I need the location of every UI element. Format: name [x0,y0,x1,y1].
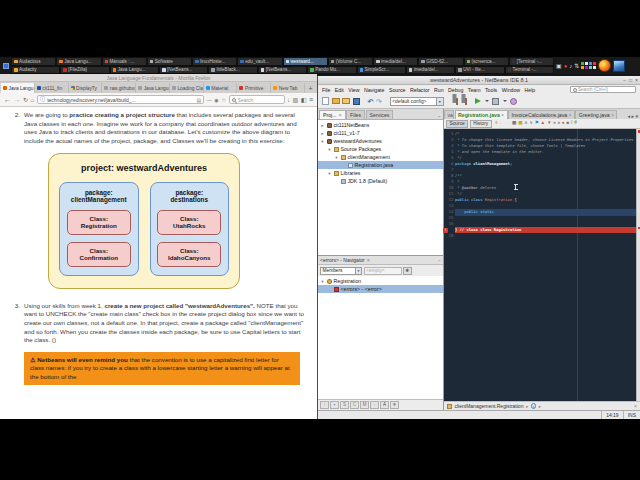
show-static-members-icon[interactable]: S [340,401,349,410]
close-breadcrumb-icon[interactable]: × [634,403,637,409]
menu-run[interactable]: Run [434,87,444,93]
tree-item[interactable]: <errors> - <error> [318,285,443,293]
expander-icon[interactable]: ▾ [320,279,325,284]
comment-icon[interactable]: / [571,121,572,126]
downloads-icon[interactable]: ↓ [287,97,290,103]
close-icon[interactable]: × [339,112,342,118]
tree-item[interactable]: JDK 1.8 (Default) [318,177,443,185]
menu-team[interactable]: Team [468,87,481,93]
info-icon[interactable]: i [531,403,537,409]
browser-tab[interactable]: Primitive [237,83,271,93]
editor-tab-partial[interactable]: va [444,110,454,119]
sidebar-icon[interactable]: ◧ [301,97,307,103]
taskbar-window-button[interactable]: [FileZilla] [60,66,109,75]
taskbar-window-button[interactable]: (Volume C... [328,57,373,66]
last-edit-icon[interactable]: ◊ [495,121,497,126]
new-file-icon[interactable] [322,97,329,105]
show-inherited-icon[interactable]: ↑ [320,401,329,410]
firefox-launcher-icon[interactable] [598,59,611,72]
show-constructors-icon[interactable]: C [350,401,359,410]
taskbar-window-button[interactable]: Audacious [11,57,56,66]
prev-error-icon[interactable]: ▲ [541,121,546,126]
menu-file[interactable]: File [322,87,330,93]
expander-icon[interactable]: ▸ [320,131,325,136]
shift-left-icon[interactable]: « [553,121,556,126]
toggle-bookmark-icon[interactable]: ⚑ [535,121,539,126]
forward-icon[interactable]: → [14,96,21,103]
tab-services[interactable]: Services [366,110,394,119]
tree-item[interactable]: ▸cit111NetBeans [318,121,443,129]
debug-dropdown-icon[interactable] [502,100,508,102]
home-icon[interactable]: ⌂ [31,97,35,103]
clean-build-project-icon[interactable] [461,98,468,105]
sort-alpha-icon[interactable]: A [380,401,389,410]
taskbar-window-button[interactable]: westward... [283,57,328,66]
browser-tab[interactable]: Java Languag [136,83,170,93]
taskbar-window-button[interactable]: Java Langu... [56,57,101,66]
breadcrumb[interactable]: clientManagement.Registration [455,403,524,409]
macro-record-icon[interactable]: ● [562,121,565,126]
taskbar-window-button[interactable]: SimpleScr... [357,66,406,75]
next-error-icon[interactable]: ▼ [547,121,552,126]
menu-icon[interactable]: ≡ [309,96,313,103]
macro-stop-icon[interactable]: ■ [567,121,570,126]
run-dropdown-icon[interactable] [484,100,490,102]
editor-tab[interactable]: Registration.java× [455,110,508,119]
browser-tab[interactable]: DisplayTy [69,83,103,93]
tab-files[interactable]: Files [346,110,365,119]
highlight-icon[interactable]: ▣ [518,121,522,126]
show-desktop-button[interactable] [0,57,11,74]
sort-source-icon[interactable]: ≡ [390,401,399,410]
taskbar-window-button[interactable]: littleBlack... [208,66,257,75]
browser-tab[interactable]: Loading Class [170,83,204,93]
back-icon[interactable]: ← [4,96,11,103]
expander-icon[interactable]: ▾ [334,155,339,160]
menu-tools[interactable]: Tools [485,87,497,93]
menu-debug[interactable]: Debug [448,87,463,93]
navigator-header[interactable]: <errors> - Navigator × − [318,256,443,265]
site-info-icon[interactable]: ⓘ [40,96,46,103]
minimize-icon[interactable]: − [623,76,626,85]
taskbar-window-button[interactable]: Terminal -... [505,66,554,75]
netbeans-title-bar[interactable]: westwardAdventures - NetBeans IDE 8.1 − … [318,76,640,85]
browser-tab[interactable]: cit111_fin [35,83,69,93]
undo-icon[interactable]: ↶ [368,98,374,105]
display-tray-icon[interactable]: ▣ [556,63,562,69]
browser-tab[interactable]: New Tab [271,83,305,93]
open-project-icon[interactable] [342,98,350,104]
taskbar-window-button[interactable]: imedia/del... [406,66,455,75]
browser-tab[interactable]: Java Langu× [1,83,35,93]
expander-icon[interactable]: ▾ [327,147,332,152]
run-project-icon[interactable] [475,98,481,104]
tree-item[interactable]: ▾Registration [318,277,443,285]
prev-bookmark-icon[interactable]: ∧ [524,121,527,126]
tree-item[interactable]: ▾westwardAdventures [318,137,443,145]
history-view-button[interactable]: History [470,120,492,128]
error-badge-icon[interactable]: ! [443,228,448,233]
navigator-settings-button[interactable]: ✱ [403,267,412,275]
code-editor[interactable]: 12345678910111213141516!18 /* * To chang… [444,129,640,401]
taskbar-window-button[interactable]: [Terminal -... [509,57,554,66]
show-fields-icon[interactable]: ▪ [330,401,339,410]
expander-icon[interactable]: ▾ [327,171,332,176]
tracking-shield-icon[interactable]: ◉ [214,97,218,103]
config-combo[interactable]: <default config>▾ [390,97,444,106]
tree-item[interactable]: Registration.java [318,161,443,169]
sound-tray-icon[interactable]: ♪ [569,63,572,69]
url-bar[interactable]: ⓘ technologyrediscovery.net/java/tbuild_… [37,95,205,105]
pocket-icon[interactable]: — [207,97,212,103]
taskbar-window-button[interactable]: [NetBeans... [159,66,208,75]
close-tab-icon[interactable]: × [569,113,572,118]
error-stripe[interactable] [636,129,640,401]
workspace-cluster-icon[interactable] [581,62,595,69]
ide-search-input[interactable]: Search (Ctrl+I) [570,86,636,93]
taskbar-window-button[interactable]: Software [147,57,192,66]
show-methods-icon[interactable]: M [360,401,369,410]
new-tab-button[interactable]: + [305,83,316,93]
maximize-icon[interactable]: □ [629,76,632,85]
editor-tab[interactable]: Greeting.java× [575,110,617,119]
cube-launcher-icon[interactable] [613,60,625,72]
taskbar-window-button[interactable]: GISD-62... [418,57,463,66]
close-icon[interactable]: × [635,76,638,85]
back-icon[interactable]: ← [499,121,504,126]
